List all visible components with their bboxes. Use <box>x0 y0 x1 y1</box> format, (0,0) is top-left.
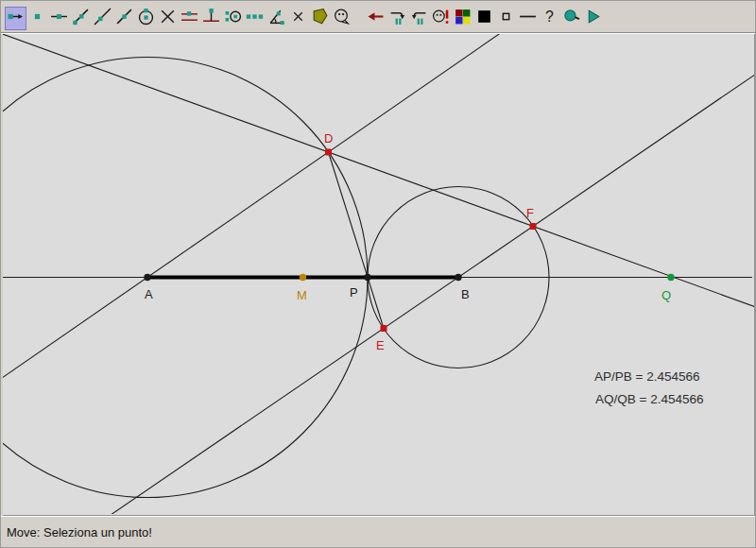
tool-angle-button[interactable] <box>266 7 287 30</box>
help-icon: ? <box>541 8 558 29</box>
tool-parallel-button[interactable] <box>179 7 200 30</box>
tool-color-black-button[interactable] <box>473 7 495 30</box>
delete-icon <box>289 8 307 29</box>
status-bar: Move: Seleziona un punto! <box>1 516 755 547</box>
point-label-E: E <box>376 338 385 352</box>
point-F[interactable] <box>530 223 537 230</box>
exercise-icon <box>432 8 450 29</box>
intersection-icon <box>159 8 177 29</box>
perpendicular-icon <box>202 8 220 29</box>
move-icon <box>7 8 25 29</box>
tool-circle-button[interactable] <box>135 7 157 30</box>
tool-zoom-button[interactable] <box>560 7 582 30</box>
point-label-M: M <box>297 288 307 302</box>
tool-run-button[interactable] <box>582 7 604 30</box>
line-D-F-Q[interactable] <box>3 34 754 514</box>
tool-point-button[interactable] <box>26 7 48 30</box>
polygon-icon <box>311 8 329 29</box>
line-style-icon <box>519 8 537 29</box>
line-icon <box>94 8 112 29</box>
geometry-drawing[interactable]: AMPBQDFEAP/PB = 2.454566AQ/QB = 2.454566 <box>3 34 754 514</box>
point-P[interactable] <box>364 274 370 281</box>
point-label-D: D <box>324 131 333 146</box>
tool-midpoint-button[interactable] <box>244 7 266 30</box>
compass-icon <box>224 8 242 29</box>
run-icon <box>584 8 602 29</box>
point-B[interactable] <box>455 274 461 281</box>
tool-perpendicular-button[interactable] <box>200 7 222 30</box>
point-label-A: A <box>145 287 153 301</box>
tool-exercise-button[interactable] <box>430 7 452 30</box>
midpoint-icon <box>246 8 264 29</box>
zoom-icon <box>562 8 580 29</box>
color-palette-icon <box>454 8 472 29</box>
replay-step-icon <box>410 8 428 29</box>
line-A-D[interactable] <box>3 34 754 514</box>
point-M[interactable] <box>300 274 306 281</box>
undo-icon <box>367 8 385 29</box>
tool-color-palette-button[interactable] <box>452 7 473 30</box>
status-text: Move: Seleziona un punto! <box>7 525 152 539</box>
tool-point-style-button[interactable] <box>495 7 517 30</box>
tool-line-button[interactable] <box>92 7 113 30</box>
line-through-point-icon <box>115 8 133 29</box>
tool-redo-step-button[interactable] <box>387 7 408 30</box>
car-geometry-app-window: ? AMPBQDFEAP/PB = 2.454566AQ/QB = 2.4545… <box>0 0 756 548</box>
parallel-icon <box>180 8 198 29</box>
tool-polygon-button[interactable] <box>309 7 331 30</box>
svg-text:?: ? <box>545 9 554 25</box>
ratio-AQ-QB: AQ/QB = 2.454566 <box>595 392 703 406</box>
tool-ray-button[interactable] <box>70 7 92 30</box>
ratio-AP-PB: AP/PB = 2.454566 <box>594 369 699 384</box>
tool-macro-button[interactable] <box>331 7 352 30</box>
point-E[interactable] <box>381 325 387 332</box>
line-E-B-F[interactable] <box>3 34 754 514</box>
tool-intersection-button[interactable] <box>157 7 179 30</box>
point-style-icon <box>497 8 515 29</box>
angle-icon <box>267 8 285 29</box>
tool-help-button[interactable]: ? <box>539 7 560 30</box>
circle-icon <box>137 8 155 29</box>
color-black-icon <box>475 8 493 29</box>
tool-replay-step-button[interactable] <box>408 7 430 30</box>
redo-step-icon <box>388 8 406 29</box>
point-icon <box>28 8 46 29</box>
segment-icon <box>50 8 68 29</box>
point-label-P: P <box>350 285 358 300</box>
tool-compass-button[interactable] <box>222 7 244 30</box>
point-label-Q: Q <box>662 288 671 302</box>
point-label-F: F <box>526 206 534 220</box>
point-label-B: B <box>461 287 470 301</box>
tool-delete-button[interactable] <box>287 7 309 30</box>
tool-segment-button[interactable] <box>48 7 70 30</box>
construction-canvas[interactable]: AMPBQDFEAP/PB = 2.454566AQ/QB = 2.454566 <box>3 34 755 516</box>
point-A[interactable] <box>144 274 150 281</box>
macro-icon <box>333 8 351 29</box>
tool-undo-button[interactable] <box>365 7 387 30</box>
point-D[interactable] <box>325 149 332 156</box>
toolbar: ? <box>1 1 755 33</box>
ray-icon <box>72 8 90 29</box>
point-Q[interactable] <box>667 274 674 281</box>
tool-move-button[interactable] <box>5 7 26 30</box>
tool-line-style-button[interactable] <box>517 7 539 30</box>
tool-line-through-point-button[interactable] <box>113 7 135 30</box>
